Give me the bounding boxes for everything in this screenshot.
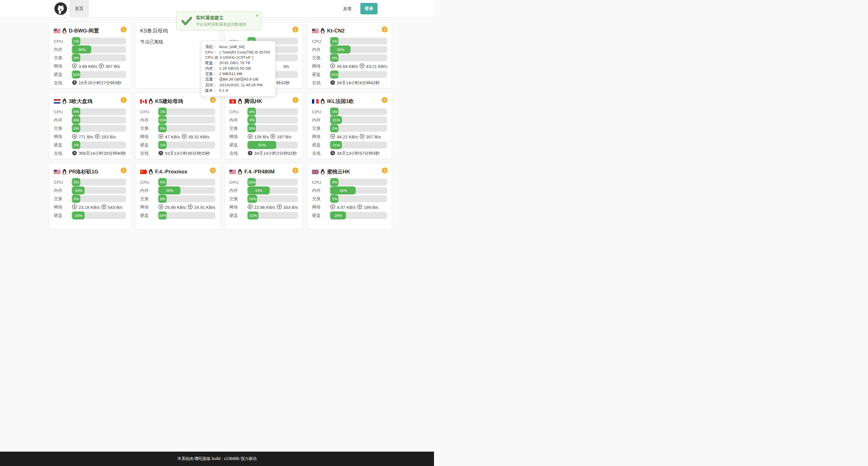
net-row: 网络771 B/s 253 B/s xyxy=(54,133,126,140)
usage-bar: 1% xyxy=(330,38,387,44)
net-speed: 4.07 KB/s 199 B/s xyxy=(330,204,378,210)
row-label: 网络 xyxy=(54,134,72,139)
toast-close-icon[interactable]: × xyxy=(256,13,258,18)
row-label: 交换 xyxy=(54,55,72,61)
clock-icon xyxy=(330,80,337,86)
server-card: Kt-CN2iCPU1%内存36%交换0%网络45.64 KB/s 43.21 … xyxy=(307,23,392,89)
mem-row: 内存6% xyxy=(54,116,126,124)
usage-bar-fill: 21% xyxy=(330,141,342,149)
info-icon[interactable]: i xyxy=(121,97,127,103)
usage-bar: 1% xyxy=(330,108,387,115)
usage-bar: 0% xyxy=(72,108,126,115)
swap-row: 交换0% xyxy=(140,125,215,132)
row-label: 硬盘 xyxy=(54,213,72,218)
disk-row: 硬盘57% xyxy=(229,141,298,148)
row-label: 网络 xyxy=(229,204,247,210)
row-label: 网络 xyxy=(140,204,158,210)
usage-bar-fill: 10% xyxy=(158,211,167,220)
linux-icon xyxy=(149,98,153,104)
row-label: 交换 xyxy=(312,196,330,202)
swap-row: 交换0% xyxy=(54,125,126,132)
usage-bar-fill: 11% xyxy=(330,70,338,78)
online-row: 在线34天14小时2分钟32秒 xyxy=(229,150,298,157)
usage-bar-fill: 44% xyxy=(247,187,270,195)
usage-bar: 0% xyxy=(72,195,126,202)
tooltip-value: 20.81 GB/1.79 TB xyxy=(219,61,250,65)
flag-hk-icon xyxy=(229,99,236,104)
linux-icon xyxy=(62,169,67,175)
row-label: 内存 xyxy=(312,47,330,52)
card-title: D-BWG-闲置 xyxy=(54,27,126,35)
card-title: F.4.-PR480M xyxy=(229,167,298,176)
mem-row: 内存21% xyxy=(312,116,387,124)
cpu-row: CPU1% xyxy=(140,108,215,115)
download-icon xyxy=(330,63,337,69)
row-label: CPU xyxy=(54,39,72,44)
linux-icon xyxy=(62,98,67,104)
info-icon[interactable]: i xyxy=(121,167,127,173)
download-icon xyxy=(158,204,165,210)
cpu-row: CPU1% xyxy=(312,38,387,44)
nav-tab-home[interactable]: 首页 xyxy=(70,0,89,17)
flag-us-icon xyxy=(54,29,60,33)
net-row: 网络4.07 KB/s 199 B/s xyxy=(312,204,387,210)
flag-fr-icon xyxy=(312,99,319,104)
flag-us-icon xyxy=(312,29,319,33)
usage-bar: 39% xyxy=(158,187,215,194)
usage-bar: 0% xyxy=(72,125,126,132)
site-logo-avatar[interactable] xyxy=(54,2,67,15)
usage-bar: 5% xyxy=(158,179,215,186)
info-icon[interactable]: i xyxy=(210,97,216,103)
tooltip-row: 启动：10/14/2020, 11:49:29 PM xyxy=(205,82,271,88)
upload-icon xyxy=(94,134,101,140)
download-icon xyxy=(72,134,79,140)
server-info-tooltip: 系统：linux- [x86_64]CPU：[ "Intel(R) Core(T… xyxy=(201,41,276,97)
tooltip-label: 版本： xyxy=(205,88,217,93)
uptime: 19天20小时27分钟3秒 xyxy=(72,80,121,86)
success-check-icon xyxy=(182,17,192,25)
info-icon[interactable]: i xyxy=(210,167,216,173)
flag-nl-icon xyxy=(54,99,60,104)
usage-bar: 6% xyxy=(72,116,126,124)
server-card: IKL法国1欧iCPU1%内存21%交换1%网络94.22 KB/s 357 B… xyxy=(307,93,392,159)
net-speed: 771 B/s 253 B/s xyxy=(72,134,116,140)
mem-row: 内存36% xyxy=(54,46,126,53)
usage-bar: 1% xyxy=(330,195,387,202)
usage-bar-fill: 1% xyxy=(158,141,167,149)
usage-bar-fill: 36% xyxy=(330,45,350,54)
uptime: 34天14小时2分钟32秒 xyxy=(247,151,297,157)
nav-feedback-link[interactable]: 反馈 xyxy=(343,0,352,17)
upload-icon xyxy=(359,134,366,140)
row-label: CPU xyxy=(229,109,247,114)
disk-row: 硬盘11% xyxy=(312,71,387,78)
cpu-row: CPU5% xyxy=(54,179,126,186)
row-label: 在线 xyxy=(54,80,72,86)
login-button[interactable]: 登录 xyxy=(360,3,378,14)
server-card: F.4.-PR480MiCPU15%内存44%交换19%网络22.86 KB/s… xyxy=(224,163,303,230)
row-label: CPU xyxy=(54,109,72,114)
clock-icon xyxy=(247,151,254,157)
row-label: 内存 xyxy=(312,188,330,193)
usage-bar-fill: 6% xyxy=(72,116,80,124)
upload-icon xyxy=(181,134,188,140)
net-row: 网络25.66 KB/s 24.91 KB/s xyxy=(140,204,215,210)
info-icon[interactable]: i xyxy=(121,27,127,33)
server-card: 腾讯HKiCPU0%内存3%交换N%网络129 B/s 187 B/s硬盘57%… xyxy=(224,93,303,159)
tooltip-row: 版本：0.1.9 xyxy=(205,88,271,93)
net-row: 网络129 B/s 187 B/s xyxy=(229,133,298,140)
net-speed: 22.86 KB/s 353 B/s xyxy=(247,204,298,210)
linux-icon xyxy=(320,98,325,104)
row-label: CPU xyxy=(54,180,72,185)
card-title: 腾讯HK xyxy=(229,97,298,106)
usage-bar: 3% xyxy=(247,116,298,124)
server-card: 蜜桃云HKiCPU0%内存45%交换1%网络4.07 KB/s 199 B/s硬… xyxy=(307,163,392,230)
tooltip-label: 启动： xyxy=(205,83,217,87)
usage-bar-fill: 1% xyxy=(330,37,338,45)
cpu-row: CPU0% xyxy=(312,179,387,186)
cpu-row: CPU0% xyxy=(54,108,126,115)
usage-bar-fill: 1% xyxy=(72,141,80,149)
usage-bar: 0% xyxy=(72,54,126,61)
row-label: 交换 xyxy=(312,55,330,61)
toast-notification: 实时通道建立 可以实时获取最新监控数据啦 × xyxy=(176,11,261,31)
row-label: 内存 xyxy=(54,118,72,123)
